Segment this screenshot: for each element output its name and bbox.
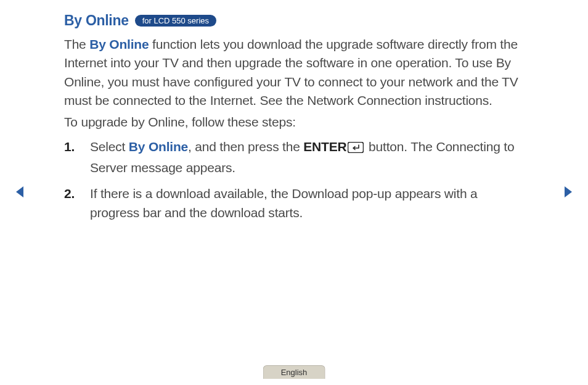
step1-mid: , and then press the xyxy=(188,139,303,154)
list-item: 2. If there is a download available, the… xyxy=(64,184,524,222)
svg-marker-2 xyxy=(565,186,572,197)
heading-title: By Online xyxy=(64,12,129,29)
step-text: Select By Online, and then press the ENT… xyxy=(90,138,524,177)
next-page-button[interactable] xyxy=(562,185,573,201)
intro-text-pre: The xyxy=(64,37,89,51)
follow-steps-text: To upgrade by Online, follow these steps… xyxy=(64,113,524,131)
step1-bold: ENTER xyxy=(303,139,346,154)
step1-highlight: By Online xyxy=(129,139,188,154)
svg-rect-0 xyxy=(348,143,364,153)
manual-page: By Online for LCD 550 series The By Onli… xyxy=(0,0,588,385)
series-badge: for LCD 550 series xyxy=(135,15,216,27)
step-number: 1. xyxy=(64,138,90,177)
enter-icon xyxy=(348,139,364,158)
intro-paragraph: The By Online function lets you download… xyxy=(64,35,524,110)
step-number: 2. xyxy=(64,184,90,222)
language-tab[interactable]: English xyxy=(263,365,325,379)
step-text: If there is a download available, the Do… xyxy=(90,184,524,222)
step1-pre: Select xyxy=(90,139,129,154)
list-item: 1. Select By Online, and then press the … xyxy=(64,138,524,177)
svg-marker-1 xyxy=(16,186,23,197)
section-heading: By Online for LCD 550 series xyxy=(64,12,524,29)
intro-highlight: By Online xyxy=(89,37,149,51)
steps-list: 1. Select By Online, and then press the … xyxy=(64,138,524,222)
prev-page-button[interactable] xyxy=(15,185,26,201)
